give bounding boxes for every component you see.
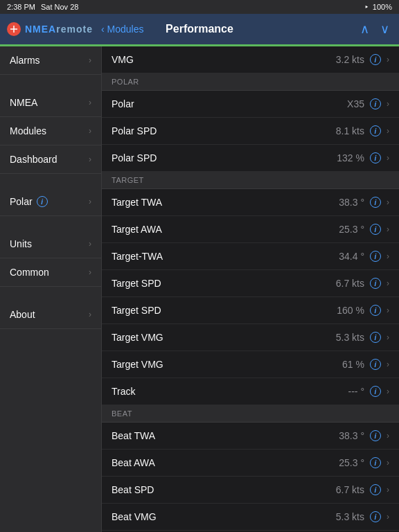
section-header-target: TARGET	[102, 172, 399, 189]
sidebar-label-polar: Polar	[10, 196, 33, 207]
row-target-awa: Target AWA 25.3 ° i ›	[102, 216, 399, 243]
back-button[interactable]: ‹ Modules	[101, 24, 144, 35]
sidebar-label-modules: Modules	[10, 125, 46, 136]
logo-icon	[7, 22, 21, 36]
target-vmg2-info-icon[interactable]: i	[370, 359, 381, 370]
target-spd1-info-icon[interactable]: i	[370, 278, 381, 289]
app-logo: NMEAremote	[7, 22, 93, 36]
row-target-twa: Target TWA 38.3 ° i ›	[102, 189, 399, 216]
target-spd2-info-icon[interactable]: i	[370, 305, 381, 316]
vmg-row: VMG 3.2 kts i ›	[102, 46, 399, 73]
polar-spd2-value: 132 %	[337, 152, 364, 163]
target-vmg2-value: 61 %	[342, 359, 364, 370]
polar-spd1-info-icon[interactable]: i	[370, 125, 381, 136]
chevron-right-icon: ›	[89, 239, 91, 249]
polar-spd2-chevron-icon: ›	[387, 153, 389, 163]
beat-spd-label: Beat SPD	[112, 484, 154, 495]
sidebar-item-common[interactable]: Common ›	[0, 258, 101, 287]
track-info-icon[interactable]: i	[370, 386, 381, 397]
target-vmg1-value: 5.3 kts	[336, 332, 364, 343]
target-twa2-chevron-icon: ›	[387, 251, 389, 261]
sidebar-item-nmea[interactable]: NMEA ›	[0, 89, 101, 117]
beat-awa-info-icon[interactable]: i	[370, 457, 381, 468]
target-awa-label: Target AWA	[112, 224, 162, 235]
vmg-chevron-icon: ›	[387, 55, 389, 64]
battery-indicator: 100%	[373, 3, 392, 11]
target-vmg2-chevron-icon: ›	[387, 360, 389, 369]
beat-spd-info-icon[interactable]: i	[370, 484, 381, 495]
sidebar-item-polar[interactable]: Polar i ›	[0, 188, 101, 216]
target-spd2-label: Target SPD	[112, 305, 161, 316]
target-twa-info-icon[interactable]: i	[370, 197, 381, 208]
polar-name-info-icon[interactable]: i	[370, 98, 381, 109]
sidebar-label-alarms: Alarms	[10, 55, 40, 66]
sidebar-item-dashboard[interactable]: Dashboard ›	[0, 145, 101, 174]
vmg-info-icon[interactable]: i	[370, 54, 381, 65]
target-spd2-chevron-icon: ›	[387, 305, 389, 315]
beat-twa-chevron-icon: ›	[387, 431, 389, 441]
target-spd1-chevron-icon: ›	[387, 278, 389, 288]
row-target-vmg2: Target VMG 61 % i ›	[102, 351, 399, 378]
row-target-vmg1: Target VMG 5.3 kts i ›	[102, 324, 399, 351]
track-chevron-icon: ›	[387, 387, 389, 396]
sidebar-item-alarms[interactable]: Alarms ›	[0, 46, 101, 75]
target-spd2-value: 160 %	[337, 305, 364, 316]
polar-spd1-chevron-icon: ›	[387, 126, 389, 136]
nav-up-button[interactable]: ∧	[357, 21, 372, 37]
row-beat-awa: Beat AWA 25.3 ° i ›	[102, 450, 399, 477]
row-beat-vmg: Beat VMG 5.3 kts i ›	[102, 504, 399, 531]
row-polar-name: Polar X35 i ›	[102, 91, 399, 118]
sidebar-item-units[interactable]: Units ›	[0, 230, 101, 258]
sidebar-item-about[interactable]: About ›	[0, 301, 101, 329]
chevron-right-icon: ›	[89, 154, 91, 164]
status-date: Sat Nov 28	[41, 3, 78, 11]
target-awa-chevron-icon: ›	[387, 224, 389, 234]
beat-twa-value: 38.3 °	[339, 430, 364, 441]
target-vmg1-chevron-icon: ›	[387, 332, 389, 342]
content-panel: VMG 3.2 kts i › POLAR Polar X35 i › Pola…	[102, 46, 399, 532]
section-header-beat: BEAT	[102, 405, 399, 423]
nav-controls: ∧ ∨	[357, 21, 392, 37]
sidebar: Alarms › NMEA › Modules › Dashboard › Po…	[0, 46, 102, 532]
beat-twa-info-icon[interactable]: i	[370, 430, 381, 441]
beat-vmg-info-icon[interactable]: i	[370, 511, 381, 522]
beat-vmg-value: 5.3 kts	[336, 511, 364, 522]
main-layout: Alarms › NMEA › Modules › Dashboard › Po…	[0, 46, 399, 532]
target-vmg1-info-icon[interactable]: i	[370, 332, 381, 343]
status-time: 2:38 PM	[7, 3, 35, 11]
beat-vmg-label: Beat VMG	[112, 511, 157, 522]
polar-name-value: X35	[347, 98, 364, 109]
status-bar: 2:38 PM Sat Nov 28 ‣ 100%	[0, 0, 399, 14]
target-twa2-value: 34.4 °	[339, 251, 364, 262]
polar-spd1-label: Polar SPD	[112, 125, 157, 136]
chevron-right-icon: ›	[89, 310, 91, 319]
beat-spd-value: 6.7 kts	[336, 484, 364, 495]
vmg-label: VMG	[112, 54, 134, 65]
back-chevron-icon: ‹	[101, 24, 105, 35]
wifi-icon: ‣	[364, 3, 369, 12]
sidebar-label-nmea: NMEA	[10, 97, 37, 108]
row-beat-twa: Beat TWA 38.3 ° i ›	[102, 423, 399, 450]
chevron-right-icon: ›	[89, 126, 91, 136]
target-twa2-label: Target-TWA	[112, 251, 163, 262]
beat-awa-chevron-icon: ›	[387, 458, 389, 468]
target-awa-value: 25.3 °	[339, 224, 364, 235]
target-awa-info-icon[interactable]: i	[370, 224, 381, 235]
sidebar-item-modules[interactable]: Modules ›	[0, 117, 101, 145]
row-track: Track --- ° i ›	[102, 378, 399, 405]
target-twa2-info-icon[interactable]: i	[370, 251, 381, 262]
target-spd1-value: 6.7 kts	[336, 278, 364, 289]
sidebar-label-dashboard: Dashboard	[10, 154, 57, 165]
beat-spd-chevron-icon: ›	[387, 485, 389, 495]
target-twa-label: Target TWA	[112, 197, 162, 208]
target-spd1-label: Target SPD	[112, 278, 161, 289]
sidebar-label-common: Common	[10, 267, 49, 278]
logo-text: NMEAremote	[25, 24, 93, 35]
row-target-spd1: Target SPD 6.7 kts i ›	[102, 270, 399, 297]
nav-down-button[interactable]: ∨	[378, 21, 392, 37]
polar-info-icon[interactable]: i	[37, 196, 48, 207]
polar-spd2-info-icon[interactable]: i	[370, 152, 381, 163]
row-beat-spd: Beat SPD 6.7 kts i ›	[102, 477, 399, 504]
track-value: --- °	[348, 386, 364, 397]
nav-title: Performance	[166, 23, 233, 35]
